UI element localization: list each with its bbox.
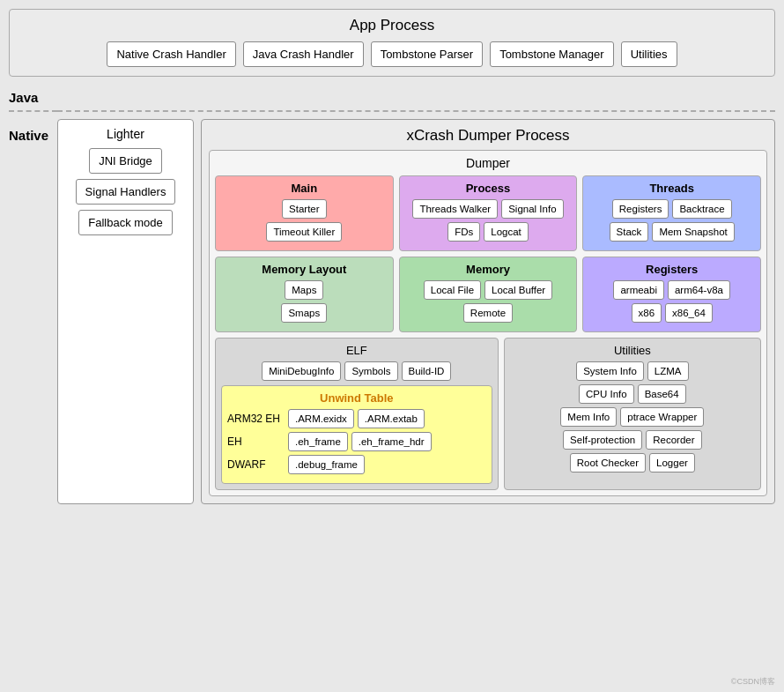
arm32-label: ARM32 EH [227, 413, 285, 425]
utilities-title: Utilities [510, 344, 755, 357]
logcat: Logcat [484, 222, 529, 242]
maps: Maps [285, 280, 323, 300]
elf-top-row: MiniDebugInfo Symbols Build-ID [221, 361, 492, 381]
main-row-0: Starter [221, 199, 388, 219]
box-tombstone-manager: Tombstone Manager [490, 41, 614, 67]
registers-title: Registers [588, 263, 755, 276]
mem-snapshot: Mem Snapshot [652, 222, 734, 242]
native-label: Native [9, 112, 57, 143]
app-process-container: App Process Native Crash Handler Java Cr… [9, 9, 775, 77]
memory-title: Memory [405, 263, 572, 276]
section-memory-layout: Memory Layout Maps Smaps [215, 257, 394, 332]
process-title: Process [405, 182, 572, 195]
local-file: Local File [424, 280, 481, 300]
box-utilities-app: Utilities [621, 41, 677, 67]
middle-sections: Memory Layout Maps Smaps Memory [215, 257, 761, 332]
lighter-items: JNI Bridge Signal Handlers Fallback mode [67, 148, 184, 235]
symbols: Symbols [344, 361, 397, 381]
registers-t: Registers [612, 199, 669, 219]
utilities-container: Utilities System Info LZMA CPU Info Base… [504, 338, 761, 490]
section-memory: Memory Local File Local Buffer Remote [399, 257, 578, 332]
self-protection: Self-protection [563, 430, 642, 450]
box-tombstone-parser: Tombstone Parser [371, 41, 484, 67]
java-label: Java [9, 84, 57, 110]
fds: FDs [447, 222, 480, 242]
util-row-4: Root Checker Logger [510, 453, 755, 472]
box-java-crash-handler: Java Crash Handler [243, 41, 364, 67]
mem-row-1: Remote [405, 303, 572, 323]
process-row-0: Threads Walker Signal Info [405, 199, 572, 219]
watermark: ©CSDN博客 [731, 676, 775, 688]
threads-row-0: Registers Backtrace [588, 199, 755, 219]
local-buffer: Local Buffer [484, 280, 552, 300]
signal-handlers: Signal Handlers [76, 179, 176, 205]
xcrash-container: xCrash Dumper Process Dumper Main Starte… [201, 119, 775, 504]
base64: Base64 [638, 384, 686, 404]
mem-row-0: Local File Local Buffer [405, 280, 572, 300]
content-col: Lighter JNI Bridge Signal Handlers Fallb… [57, 84, 775, 504]
signal-info: Signal Info [501, 199, 563, 219]
debug-frame: .debug_frame [288, 455, 365, 474]
unwind-row-0: ARM32 EH .ARM.exidx .ARM.extab [227, 409, 486, 428]
process-row-1: FDs Logcat [405, 222, 572, 242]
lighter-title: Lighter [67, 127, 184, 141]
logger: Logger [649, 453, 695, 472]
elf-title: ELF [221, 344, 492, 357]
ml-row-1: Smaps [221, 303, 388, 323]
xcrash-title: xCrash Dumper Process [209, 127, 767, 145]
java-native-wrapper: Java Native Lighter JNI Bridge Signal Ha… [9, 84, 775, 504]
timeout-killer: Timeout Killer [266, 222, 342, 242]
reg-row-1: x86 x86_64 [588, 303, 755, 323]
remote: Remote [463, 303, 513, 323]
threads-row-1: Stack Mem Snapshot [588, 222, 755, 242]
eh-label: EH [227, 435, 285, 448]
x86: x86 [632, 303, 662, 323]
cpu-info: CPU Info [579, 384, 634, 404]
main-wrapper: App Process Native Crash Handler Java Cr… [0, 0, 784, 692]
dumper-box: Dumper Main Starter Timeout Killer [209, 150, 767, 496]
root-checker: Root Checker [570, 453, 646, 472]
ptrace-wrapper: ptrace Wrapper [620, 407, 704, 427]
box-native-crash-handler: Native Crash Handler [107, 41, 235, 67]
dumper-title: Dumper [215, 156, 761, 170]
arm64-v8a: arm64-v8a [668, 280, 730, 300]
backtrace: Backtrace [672, 199, 731, 219]
reg-row-0: armeabi arm64-v8a [588, 280, 755, 300]
memory-layout-title: Memory Layout [221, 263, 388, 276]
smaps: Smaps [281, 303, 327, 323]
app-process-title: App Process [18, 17, 766, 34]
main-title: Main [221, 182, 388, 195]
arm-extab: .ARM.extab [358, 409, 425, 428]
native-section: Lighter JNI Bridge Signal Handlers Fallb… [57, 112, 775, 504]
jni-bridge: JNI Bridge [89, 148, 162, 174]
threads-walker: Threads Walker [412, 199, 498, 219]
threads-title: Threads [588, 182, 755, 195]
main-row-1: Timeout Killer [221, 222, 388, 242]
eh-frame: .eh_frame [288, 432, 348, 451]
eh-frame-hdr: .eh_frame_hdr [351, 432, 432, 451]
elf-container: ELF MiniDebugInfo Symbols Build-ID Unwin… [215, 338, 499, 490]
armeabi: armeabi [613, 280, 664, 300]
section-main: Main Starter Timeout Killer [215, 175, 394, 251]
label-col: Java Native [9, 84, 57, 504]
section-registers: Registers armeabi arm64-v8a x86 x86_64 [582, 257, 761, 332]
unwind-row-2: DWARF .debug_frame [227, 455, 486, 474]
util-row-2: Mem Info ptrace Wrapper [510, 407, 755, 427]
minidebuginfo: MiniDebugInfo [262, 361, 341, 381]
unwind-box: Unwind Table ARM32 EH .ARM.exidx .ARM.ex… [221, 385, 492, 484]
dwarf-label: DWARF [227, 458, 285, 471]
util-row-0: System Info LZMA [510, 361, 755, 381]
build-id: Build-ID [402, 361, 452, 381]
util-row-3: Self-protection Recorder [510, 430, 755, 450]
mem-info: Mem Info [560, 407, 617, 427]
x86-64: x86_64 [665, 303, 713, 323]
system-info: System Info [576, 361, 644, 381]
top-sections: Main Starter Timeout Killer Process [215, 175, 761, 251]
bottom-sections: ELF MiniDebugInfo Symbols Build-ID Unwin… [215, 338, 761, 490]
app-process-boxes: Native Crash Handler Java Crash Handler … [18, 41, 766, 67]
starter: Starter [282, 199, 327, 219]
lzma: LZMA [647, 361, 689, 381]
section-threads: Threads Registers Backtrace Stack Mem Sn… [582, 175, 761, 251]
unwind-title: Unwind Table [227, 391, 486, 405]
arm-exidx: .ARM.exidx [288, 409, 354, 428]
